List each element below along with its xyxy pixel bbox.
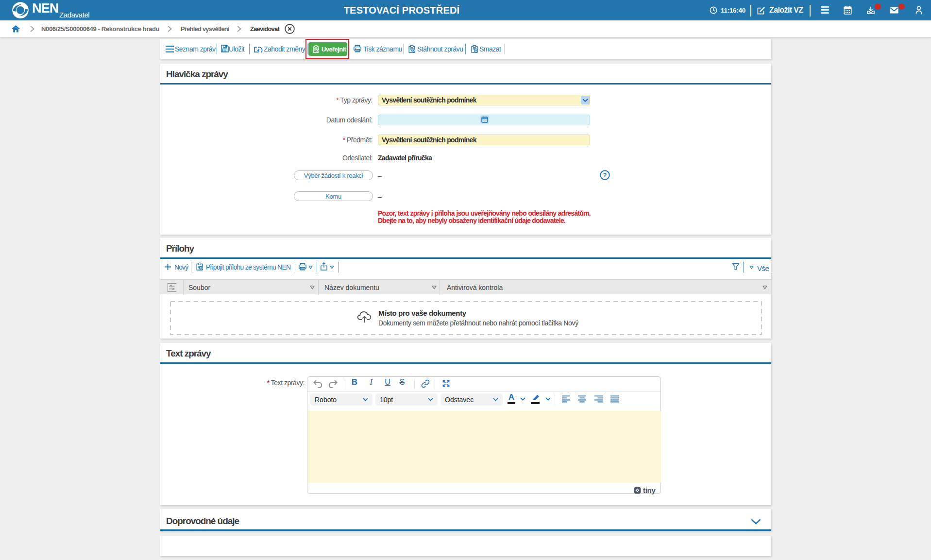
svg-text:?: ? bbox=[603, 171, 607, 179]
